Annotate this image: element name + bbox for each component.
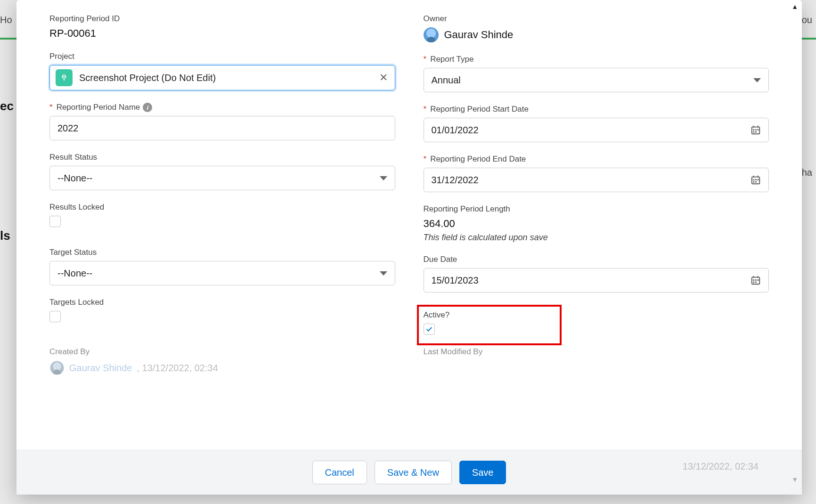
select-value: Annual <box>432 75 461 86</box>
field-label: Project <box>49 52 395 61</box>
targets-locked-field: Targets Locked <box>49 298 395 324</box>
due-date-input[interactable]: 15/01/2023 <box>424 268 769 293</box>
chevron-down-icon <box>753 78 761 82</box>
date-value: 31/12/2022 <box>432 175 479 186</box>
required-indicator: * <box>424 55 427 64</box>
targets-locked-checkbox[interactable] <box>49 311 61 322</box>
field-label: Created By <box>49 347 395 357</box>
left-column: Reporting Period ID RP-00061 Project Scr… <box>49 14 395 345</box>
label-text: Reporting Period Start Date <box>430 105 529 114</box>
svg-rect-17 <box>753 282 755 283</box>
results-locked-field: Results Locked <box>49 203 395 229</box>
owner-field: Owner Gaurav Shinde <box>424 14 769 42</box>
length-helper: This field is calculated upon save <box>424 233 769 243</box>
project-field: Project Screenshot Project (Do Not Edit)… <box>49 52 395 90</box>
start-date-input[interactable]: 01/01/2022 <box>424 118 769 142</box>
svg-rect-14 <box>753 279 755 281</box>
active-field: Active? <box>424 310 554 335</box>
svg-rect-11 <box>753 181 755 183</box>
field-label: Result Status <box>49 153 395 162</box>
date-value: 01/01/2022 <box>432 125 479 136</box>
cancel-button[interactable]: Cancel <box>312 461 367 484</box>
scroll-down-icon[interactable]: ▼ <box>792 476 798 483</box>
svg-rect-9 <box>755 179 757 180</box>
info-icon[interactable]: i <box>143 103 152 112</box>
svg-rect-3 <box>755 129 757 130</box>
result-status-field: Result Status --None-- <box>49 153 395 190</box>
svg-rect-15 <box>755 279 757 281</box>
svg-rect-7 <box>752 177 760 184</box>
chevron-down-icon <box>380 176 387 180</box>
avatar-icon <box>424 27 439 42</box>
svg-rect-4 <box>758 129 759 130</box>
field-label: Due Date <box>424 255 769 264</box>
bg-text: Ho <box>0 15 12 25</box>
field-label: Last Modified By <box>424 347 769 357</box>
reporting-period-name-field: * Reporting Period Name i 2022 <box>49 103 395 140</box>
svg-rect-18 <box>755 282 757 283</box>
bg-text: ls <box>0 228 10 243</box>
results-locked-checkbox[interactable] <box>49 216 61 227</box>
system-fields-row: Created By Gaurav Shinde , 13/12/2022, 0… <box>49 347 769 375</box>
right-column: Owner Gaurav Shinde * Report Type Annual <box>424 14 769 345</box>
field-label: Owner <box>424 14 769 24</box>
svg-rect-1 <box>752 127 760 134</box>
date-value: 15/01/2023 <box>432 275 479 286</box>
svg-rect-5 <box>753 131 755 133</box>
field-label: Active? <box>424 310 554 320</box>
save-and-new-button[interactable]: Save & New <box>375 461 452 484</box>
report-type-select[interactable]: Annual <box>424 68 769 92</box>
field-label: * Reporting Period Name i <box>49 103 395 112</box>
reporting-period-name-input[interactable]: 2022 <box>49 116 395 140</box>
bg-text: ou <box>802 15 812 25</box>
project-lookup[interactable]: Screenshot Project (Do Not Edit) ✕ <box>49 65 395 90</box>
clear-project-icon[interactable]: ✕ <box>378 72 389 83</box>
report-type-field: * Report Type Annual <box>424 55 769 92</box>
field-label: Reporting Period Length <box>424 204 769 214</box>
avatar-icon <box>50 361 64 375</box>
field-label: Targets Locked <box>49 298 395 307</box>
scroll-up-icon[interactable]: ▲ <box>792 3 798 10</box>
due-date-field: Due Date 15/01/2023 <box>424 255 769 293</box>
save-button[interactable]: Save <box>459 461 506 484</box>
modal-footer: Cancel Save & New Save <box>16 450 802 495</box>
field-label: Target Status <box>49 248 395 257</box>
end-date-input[interactable]: 31/12/2022 <box>424 168 769 192</box>
modified-by-timestamp: 13/12/2022, 02:34 <box>683 461 759 472</box>
target-status-field: Target Status --None-- <box>49 248 395 285</box>
calendar-icon[interactable] <box>751 175 761 185</box>
svg-rect-16 <box>758 279 759 281</box>
field-label: Reporting Period ID <box>49 14 395 24</box>
reporting-period-id-field: Reporting Period ID RP-00061 <box>49 14 395 40</box>
owner-name: Gaurav Shinde <box>444 29 514 41</box>
field-label: * Reporting Period Start Date <box>424 105 769 114</box>
chevron-down-icon <box>380 271 387 276</box>
start-date-field: * Reporting Period Start Date 01/01/2022 <box>424 105 769 142</box>
label-text: Reporting Period Name <box>57 103 140 112</box>
required-indicator: * <box>424 105 427 114</box>
input-value: 2022 <box>57 123 79 134</box>
svg-rect-8 <box>753 179 755 180</box>
modal-body: Reporting Period ID RP-00061 Project Scr… <box>16 0 802 450</box>
project-icon <box>56 69 73 86</box>
svg-rect-2 <box>753 129 755 130</box>
active-highlight-box: Active? <box>417 305 562 345</box>
required-indicator: * <box>424 154 427 164</box>
target-status-select[interactable]: --None-- <box>49 261 395 285</box>
active-checkbox[interactable] <box>424 324 435 335</box>
svg-rect-12 <box>755 181 757 183</box>
select-value: --None-- <box>57 268 92 279</box>
calendar-icon[interactable] <box>751 275 761 285</box>
svg-rect-10 <box>758 179 759 180</box>
field-label: * Report Type <box>424 55 769 64</box>
created-by-name: Gaurav Shinde <box>69 363 132 374</box>
calendar-icon[interactable] <box>751 125 761 135</box>
length-field: Reporting Period Length 364.00 This fiel… <box>424 204 769 243</box>
length-value: 364.00 <box>424 218 769 230</box>
result-status-select[interactable]: --None-- <box>49 166 395 190</box>
label-text: Report Type <box>430 55 473 64</box>
edit-modal: ▲ ▼ Reporting Period ID RP-00061 Project <box>16 0 802 495</box>
created-by-value: Gaurav Shinde , 13/12/2022, 02:34 <box>49 360 395 375</box>
label-text: Reporting Period End Date <box>430 154 526 164</box>
project-value: Screenshot Project (Do Not Edit) <box>79 73 371 83</box>
